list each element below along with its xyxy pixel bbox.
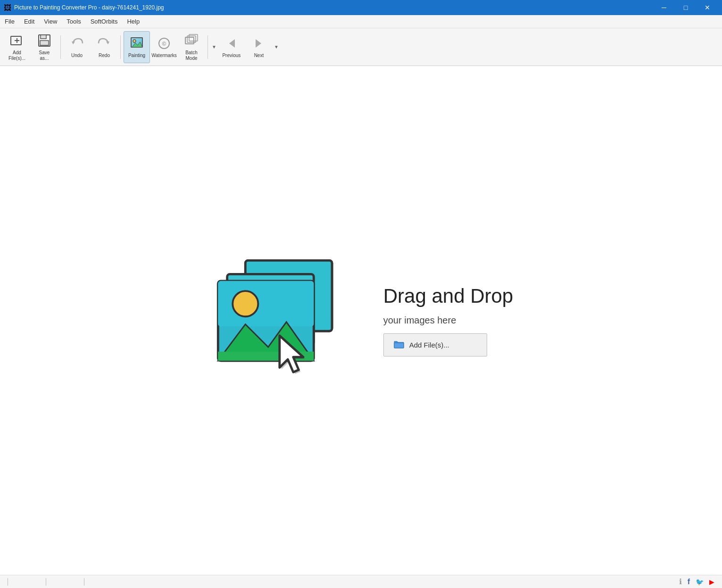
drop-area: Drag and Drop your images here Add File(…: [209, 251, 513, 390]
undo-button[interactable]: Undo: [64, 31, 90, 63]
status-sep-1: [8, 578, 8, 586]
watermarks-icon: ©: [157, 36, 172, 51]
svg-marker-7: [106, 41, 109, 44]
svg-rect-30: [394, 343, 404, 348]
next-button[interactable]: Next: [246, 31, 272, 63]
status-icons: ℹ f 🐦 ▶: [679, 577, 714, 586]
status-sep-2: [46, 578, 46, 586]
watermarks-button[interactable]: © Watermarks: [151, 31, 177, 63]
title-bar-text: Picture to Painting Converter Pro - dais…: [14, 4, 164, 11]
svg-marker-18: [256, 39, 261, 48]
minimize-button[interactable]: ─: [653, 0, 675, 15]
svg-marker-17: [229, 39, 235, 48]
status-bar: ℹ f 🐦 ▶: [0, 575, 722, 588]
toolbar-separator-2: [120, 35, 121, 59]
title-bar: 🖼 Picture to Painting Converter Pro - da…: [0, 0, 722, 15]
main-content: Drag and Drop your images here Add File(…: [0, 66, 722, 575]
twitter-icon[interactable]: 🐦: [696, 578, 704, 586]
svg-point-10: [133, 40, 136, 42]
toolbar-more-1[interactable]: ▼: [211, 43, 217, 50]
svg-rect-5: [40, 41, 49, 45]
svg-rect-14: [185, 37, 194, 44]
menu-bar: File Edit View Tools SoftOrbits Help: [0, 15, 722, 28]
save-icon: [37, 33, 52, 48]
close-button[interactable]: ✕: [697, 0, 718, 15]
menu-help[interactable]: Help: [122, 16, 144, 27]
youtube-icon[interactable]: ▶: [709, 578, 714, 586]
undo-icon: [69, 36, 84, 51]
folder-icon: [393, 339, 405, 351]
painting-icon: [129, 36, 144, 51]
image-stack-svg: [209, 251, 346, 388]
add-files-button[interactable]: AddFile(s)...: [4, 31, 30, 63]
toolbar: AddFile(s)... Saveas... Undo: [0, 28, 722, 66]
save-as-button[interactable]: Saveas...: [31, 31, 58, 63]
add-files-label: Add File(s)...: [409, 341, 449, 349]
svg-point-24: [232, 291, 258, 316]
menu-edit[interactable]: Edit: [19, 16, 39, 27]
drag-drop-subtitle: your images here: [383, 315, 513, 326]
menu-file[interactable]: File: [0, 16, 19, 27]
svg-text:©: ©: [162, 41, 166, 47]
status-sep-3: [84, 578, 84, 586]
menu-softorbits[interactable]: SoftOrbits: [86, 16, 123, 27]
previous-button[interactable]: Previous: [218, 31, 245, 63]
next-icon: [251, 36, 266, 51]
redo-button[interactable]: Redo: [91, 31, 117, 63]
add-files-main-button[interactable]: Add File(s)...: [383, 333, 487, 356]
maximize-button[interactable]: □: [675, 0, 697, 15]
drop-text: Drag and Drop your images here Add File(…: [383, 285, 513, 356]
drag-drop-title: Drag and Drop: [383, 285, 513, 307]
info-icon[interactable]: ℹ: [679, 577, 682, 586]
toolbar-more-2[interactable]: ▼: [273, 43, 280, 50]
title-bar-controls: ─ □ ✕: [653, 0, 718, 15]
svg-marker-6: [72, 41, 75, 44]
add-files-icon: [9, 33, 25, 48]
menu-tools[interactable]: Tools: [62, 16, 85, 27]
batch-mode-icon: [184, 33, 199, 48]
illustration: [209, 251, 346, 390]
redo-icon: [97, 36, 112, 51]
facebook-icon[interactable]: f: [688, 578, 690, 586]
toolbar-separator-3: [207, 35, 208, 59]
menu-view[interactable]: View: [39, 16, 62, 27]
batch-mode-button[interactable]: BatchMode: [178, 31, 205, 63]
painting-button[interactable]: Painting: [124, 31, 150, 63]
app-icon: 🖼: [4, 4, 11, 11]
toolbar-separator-1: [60, 35, 61, 59]
previous-icon: [224, 36, 239, 51]
svg-rect-4: [41, 35, 46, 39]
